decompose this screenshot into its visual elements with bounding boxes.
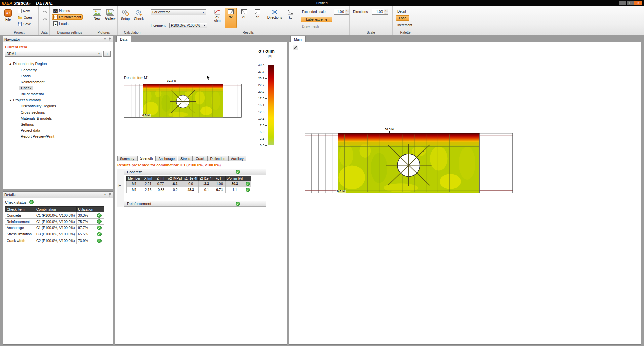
panel-menu-icon[interactable]: ▼ [104, 38, 106, 41]
tree-item-bill-of-material[interactable]: Bill of material [5, 91, 111, 97]
gallery-icon [106, 9, 114, 16]
result-tab-stress[interactable]: Stress [178, 156, 193, 161]
directions-button[interactable]: Directions [266, 8, 284, 28]
pin-icon[interactable] [108, 193, 111, 197]
strength-cell: 1.1 [225, 187, 244, 193]
redo-button[interactable] [41, 17, 49, 23]
spinner-arrows-icon[interactable]: ▲▼ [345, 9, 349, 14]
names-toggle[interactable]: A Names [52, 8, 72, 13]
tree-item-label: Materials & models [21, 116, 52, 120]
minimize-button[interactable]: – [619, 1, 626, 5]
details-row-concrete[interactable]: ConcreteC1 (P100.0%, V100.0%)30.3%✓ [5, 212, 104, 219]
tree-item-project-summary[interactable]: ◢Project summary [5, 97, 111, 103]
tree-item-cross-sections[interactable]: Cross-sections [5, 109, 111, 115]
tree-item-geometry[interactable]: Geometry [5, 67, 111, 73]
navigator-panel-header[interactable]: Navigator ▼ [3, 36, 113, 42]
reinforcement-toggle[interactable]: R Reinforcement [52, 14, 83, 20]
strength-row[interactable]: M12.16-0.38-0.248.3-0.10.711.1✓ [127, 187, 251, 193]
eps2-button[interactable]: ε2 [251, 8, 264, 28]
scale-tick: 20.2 [249, 90, 267, 93]
details-row-reinforcement[interactable]: ReinforcementC1 (P100.0%, V100.0%)75.7%✓ [5, 218, 104, 225]
tree-item-reinforcement[interactable]: Reinforcement [5, 79, 111, 85]
details-body: Check status: ✓ Check itemCombinationUti… [3, 198, 113, 246]
gallery-button[interactable]: Gallery [104, 8, 117, 28]
open-button[interactable]: Open [16, 15, 33, 20]
tree-item-discontinuity-region[interactable]: ◢Discontinuity Region [5, 61, 111, 67]
tree-item-loads[interactable]: Loads [5, 73, 111, 79]
setup-button[interactable]: Setup [119, 8, 132, 28]
result-tab-deflection[interactable]: Deflection [207, 156, 228, 161]
close-button[interactable]: × [634, 1, 642, 5]
tab-data[interactable]: Data [116, 36, 131, 42]
new-button[interactable]: New [16, 8, 31, 14]
label-extreme-toggle[interactable]: Label extreme [301, 17, 332, 22]
details-cell: C2 (P100.0%, V100.0%) [35, 237, 77, 244]
scale-directions-spinner[interactable]: 1.00 ▲▼ [372, 9, 388, 15]
panel-menu-icon[interactable]: ▼ [104, 193, 106, 196]
extreme-mode-combo[interactable]: For extreme ▼ [151, 9, 206, 15]
sigma-slim-button[interactable]: σ /σlim [211, 8, 224, 28]
pin-icon[interactable] [108, 37, 111, 41]
picture-new-button[interactable]: New [91, 8, 104, 28]
check-button[interactable]: Check [132, 8, 145, 28]
scale-tick-mark-icon [265, 98, 267, 99]
undo-button[interactable] [41, 9, 49, 15]
scale-tick-value: 30.3 [258, 63, 264, 67]
group-label-results: Results [147, 31, 349, 34]
details-panel-header[interactable]: Details ▼ [3, 192, 113, 198]
strength-cell: M1 [127, 181, 142, 187]
beam-visualization-small[interactable]: 30.3 % 0.0 % [124, 83, 242, 118]
palette-increment-option[interactable]: Increment [397, 23, 412, 27]
expander-icon[interactable]: ◢ [9, 99, 11, 102]
maximize-button[interactable]: □ [627, 1, 634, 5]
add-item-button[interactable]: ＋ [103, 51, 111, 57]
result-tab-summary[interactable]: Summary [117, 156, 137, 161]
result-tab-crack[interactable]: Crack [193, 156, 207, 161]
spinner-arrows-icon[interactable]: ▲▼ [384, 9, 388, 14]
loads-toggle[interactable]: L Loads [52, 21, 70, 26]
details-row-crack-width[interactable]: Crack widthC2 (P100.0%, V100.0%)73.9%✓ [5, 237, 104, 244]
tree-item-project-data[interactable]: Project data [5, 127, 111, 133]
ribbon-group-pictures: New Gallery Pictures [90, 6, 118, 35]
results-for-label: Results for: M1 [124, 76, 149, 80]
tree-item-materials-models[interactable]: Materials & models [5, 115, 111, 121]
tab-main[interactable]: Main [290, 36, 306, 42]
details-cell: Concrete [5, 212, 35, 219]
details-cell: C1 (P100.0%, V100.0%) [35, 212, 77, 219]
beam-visualization-large[interactable]: 30.3 % 0.0 % [305, 132, 513, 195]
exceeded-scale-label: Exceeded scale [302, 10, 326, 14]
document-title: untitled [0, 1, 644, 5]
sigma2-button[interactable]: σ2 [225, 8, 237, 28]
main-panel-canvas[interactable]: 30.3 % 0.0 % [289, 42, 641, 344]
tree-item-check[interactable]: Check [5, 85, 111, 91]
expander-icon[interactable]: ◢ [9, 62, 11, 66]
result-tab-strength[interactable]: Strength [137, 156, 156, 161]
fit-view-button[interactable] [293, 45, 298, 50]
concrete-section-header[interactable]: Concrete ✓ [124, 169, 266, 175]
details-row-anchorage[interactable]: AnchorageC1 (P100.0%, V100.0%)97.7%✓ [5, 225, 104, 231]
details-col-check-item: Check item [5, 207, 35, 212]
tree-item-settings[interactable]: Settings [5, 121, 111, 127]
tree-item-discontinuity-regions[interactable]: Discontinuity Regions [5, 103, 111, 109]
eps1-button[interactable]: ε1 [238, 8, 250, 28]
current-item-combo[interactable]: DRM1 ▼ [5, 51, 102, 57]
strength-row[interactable]: M12.210.77-6.10.0-3.31.0030.3✓ [127, 181, 251, 187]
palette-load-option[interactable]: Load [396, 15, 409, 21]
tree-item-label: Project data [21, 128, 40, 132]
reinforcement-section-header[interactable]: Reinforcement ✓ [124, 201, 266, 207]
reinforcement-section-label: Reinforcement [127, 202, 151, 206]
details-row-stress-limitation[interactable]: Stress limitationC3 (P100.0%, V100.0%)65… [5, 231, 104, 237]
file-button[interactable]: ID File [2, 8, 14, 28]
save-button[interactable]: Save [16, 21, 33, 27]
increment-combo[interactable]: P100.0%, V100.0% ▼ [169, 23, 207, 28]
draw-mesh-toggle[interactable]: Draw mesh [302, 25, 319, 28]
scale-tick-value: 20.2 [258, 90, 264, 93]
kc-button[interactable]: kc [285, 8, 296, 28]
exceeded-scale-spinner[interactable]: 1.00 ▲▼ [334, 9, 349, 15]
result-tab-anchorage[interactable]: Anchorage [156, 156, 177, 161]
tree-item-report-preview-print[interactable]: Report Preview/Print [5, 133, 111, 139]
palette-detail-option[interactable]: Detail [397, 10, 406, 13]
details-cell: Stress limitation [5, 231, 35, 237]
result-tab-auxiliary[interactable]: Auxiliary [228, 156, 246, 161]
row-selector-gutter[interactable]: ▶ [117, 169, 124, 207]
